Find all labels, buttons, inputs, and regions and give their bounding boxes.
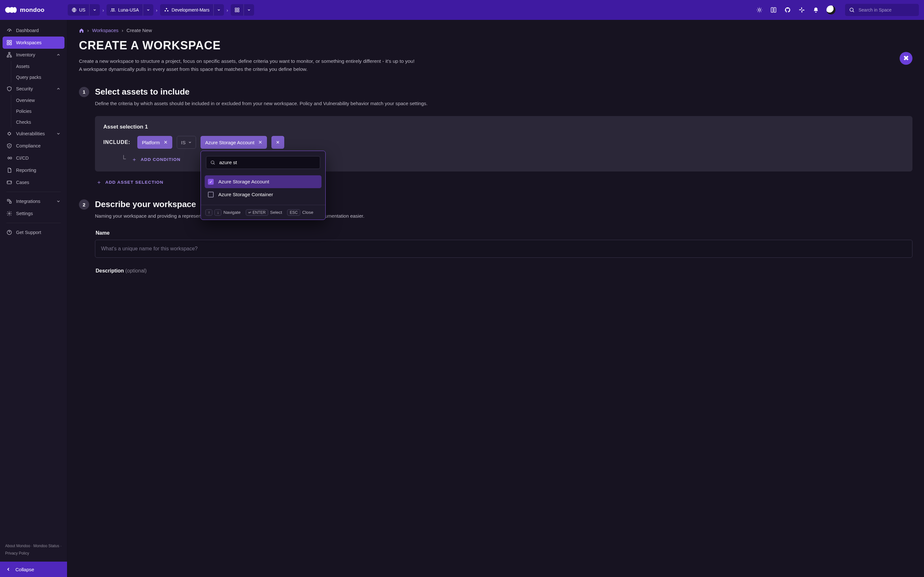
logo[interactable]: mondoo <box>5 6 45 13</box>
filter-field-chip[interactable]: Platform ✕ <box>137 136 172 149</box>
chip-label: Platform <box>142 140 160 145</box>
sidebar-label: Reporting <box>16 168 36 173</box>
gauge-icon <box>6 27 12 33</box>
svg-rect-8 <box>235 10 237 12</box>
bell-icon[interactable] <box>813 6 819 13</box>
filter-operator-select[interactable]: IS <box>177 136 196 149</box>
sidebar: Dashboard Workspaces Inventory Assets Qu… <box>0 20 67 577</box>
sidebar-sub-query-packs[interactable]: Query packs <box>8 72 65 83</box>
slack-icon[interactable] <box>798 6 805 13</box>
sidebar-label: Get Support <box>16 230 41 235</box>
value-dropdown: Azure Storage Account Azure Storage Cont… <box>200 151 326 220</box>
theme-toggle-icon[interactable] <box>756 6 763 13</box>
option-label: Azure Storage Account <box>218 179 269 185</box>
esc-key: ESC <box>287 210 300 216</box>
scope-workspace-caret[interactable] <box>244 4 254 16</box>
svg-point-3 <box>166 8 167 9</box>
checkbox-checked-icon[interactable] <box>208 179 214 185</box>
scope-org-caret[interactable] <box>143 4 153 16</box>
svg-rect-26 <box>7 199 9 201</box>
global-search[interactable] <box>845 4 919 16</box>
sidebar-item-support[interactable]: Get Support <box>3 226 65 239</box>
doc-icon <box>6 167 12 173</box>
scope-breadcrumbs: US › Luna-USA › Develo <box>68 4 254 16</box>
remove-filter-button[interactable]: ✕ <box>271 136 284 149</box>
svg-rect-11 <box>801 7 802 10</box>
close-button[interactable]: ✖ <box>900 52 913 65</box>
chip-remove-icon[interactable]: ✕ <box>258 139 262 145</box>
scope-crumb-workspace[interactable] <box>231 4 254 16</box>
scope-region-caret[interactable] <box>89 4 100 16</box>
asset-selection-title: Asset selection 1 <box>103 124 904 130</box>
workspace-name-input[interactable] <box>95 240 913 258</box>
sidebar-nav: Dashboard Workspaces Inventory Assets Qu… <box>0 20 67 539</box>
step-number: 1 <box>79 87 89 97</box>
svg-rect-9 <box>237 10 239 12</box>
svg-rect-13 <box>801 11 803 13</box>
operator-label: IS <box>181 140 186 145</box>
svg-rect-17 <box>7 40 9 42</box>
svg-rect-6 <box>235 8 237 10</box>
global-search-input[interactable] <box>858 7 915 13</box>
sidebar-item-integrations[interactable]: Integrations <box>3 195 65 207</box>
scope-crumb-region[interactable]: US <box>68 4 100 16</box>
dropdown-option[interactable]: Azure Storage Account <box>205 175 321 188</box>
chevron-left-icon <box>6 567 11 572</box>
breadcrumb-workspaces-link[interactable]: Workspaces <box>92 27 118 33</box>
user-avatar[interactable] <box>827 5 835 15</box>
scope-crumb-org[interactable]: Luna-USA <box>107 4 153 16</box>
footer-link-privacy[interactable]: Privacy Policy <box>5 551 29 556</box>
close-icon: ✕ <box>276 140 280 145</box>
sidebar-item-dashboard[interactable]: Dashboard <box>3 24 65 37</box>
plus-icon: ＋ <box>132 156 137 163</box>
sidebar-item-compliance[interactable]: Compliance <box>3 140 65 152</box>
home-icon[interactable] <box>79 28 84 33</box>
scope-space-label: Development-Mars <box>172 7 210 13</box>
dropdown-search[interactable] <box>206 156 320 169</box>
tree-icon <box>6 52 12 58</box>
add-condition-button[interactable]: ＋ ADD CONDITION <box>132 156 181 163</box>
sidebar-item-vulnerabilities[interactable]: Vulnerabilities <box>3 127 65 140</box>
svg-point-30 <box>211 161 214 164</box>
search-icon <box>849 7 855 13</box>
footer-link-status[interactable]: Mondoo Status <box>33 544 59 548</box>
check-shield-icon <box>6 143 12 149</box>
sidebar-item-reporting[interactable]: Reporting <box>3 164 65 176</box>
workspace-icon <box>234 7 240 13</box>
filter-value-chip[interactable]: Azure Storage Account ✕ <box>200 136 267 149</box>
sidebar-item-inventory[interactable]: Inventory <box>3 49 65 61</box>
sidebar-sub-checks[interactable]: Checks <box>8 117 65 127</box>
dropdown-search-input[interactable] <box>218 159 316 166</box>
sidebar-item-cases[interactable]: Cases <box>3 176 65 189</box>
sidebar-sub-policies[interactable]: Policies <box>8 106 65 117</box>
sidebar-item-cicd[interactable]: CI/CD <box>3 152 65 164</box>
option-label: Azure Storage Container <box>218 192 273 197</box>
svg-point-5 <box>167 10 168 11</box>
sidebar-sub-assets[interactable]: Assets <box>8 61 65 72</box>
sidebar-sub-overview[interactable]: Overview <box>8 95 65 106</box>
sidebar-label: Workspaces <box>16 40 42 45</box>
github-icon[interactable] <box>784 6 791 13</box>
crumb-separator: › <box>87 27 89 33</box>
chevron-down-icon <box>56 199 61 203</box>
sidebar-item-workspaces[interactable]: Workspaces <box>3 37 65 49</box>
crumb-separator: › <box>102 7 104 13</box>
docs-icon[interactable] <box>770 6 777 13</box>
footer-link-about[interactable]: About Mondoo <box>5 544 30 548</box>
svg-rect-12 <box>799 9 801 10</box>
sidebar-item-security[interactable]: Security <box>3 83 65 95</box>
scope-crumb-space[interactable]: Development-Mars <box>160 4 224 16</box>
nav-divider <box>6 192 61 192</box>
svg-point-15 <box>850 8 853 11</box>
chip-remove-icon[interactable]: ✕ <box>164 139 168 145</box>
enter-key: ↵ ENTER <box>246 210 268 216</box>
dropdown-option[interactable]: Azure Storage Container <box>205 188 321 201</box>
bug-icon <box>6 131 12 137</box>
sidebar-item-settings[interactable]: Settings <box>3 207 65 219</box>
filter-row: INCLUDE: Platform ✕ IS Azure Storage Acc… <box>103 136 904 149</box>
sidebar-collapse-button[interactable]: Collapse <box>0 562 67 577</box>
chevron-up-icon <box>56 53 61 57</box>
scope-space-caret[interactable] <box>213 4 224 16</box>
page-subtitle: Create a new workspace to structure a pr… <box>79 57 416 73</box>
checkbox-icon[interactable] <box>208 192 214 197</box>
